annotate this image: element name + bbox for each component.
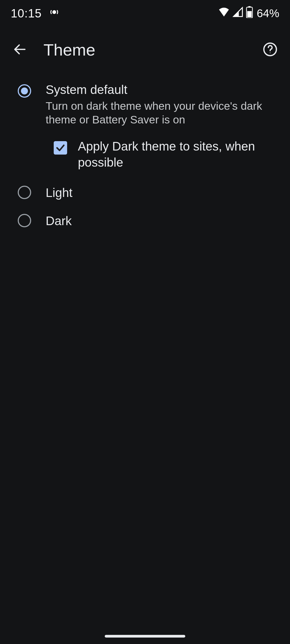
page-title: Theme xyxy=(44,40,95,59)
option-system-default[interactable]: System default Turn on dark theme when y… xyxy=(0,76,290,133)
option-title: Light xyxy=(46,185,274,201)
svg-rect-2 xyxy=(248,6,251,8)
svg-rect-3 xyxy=(247,11,252,17)
arrow-left-icon xyxy=(12,42,27,58)
help-icon xyxy=(263,42,278,58)
svg-point-0 xyxy=(53,11,56,14)
option-title: System default xyxy=(46,82,274,98)
theme-options: System default Turn on dark theme when y… xyxy=(0,72,290,239)
signal-icon xyxy=(233,7,243,20)
app-bar: Theme xyxy=(0,27,290,72)
radio-icon xyxy=(18,214,31,227)
status-battery-text: 64% xyxy=(257,7,279,20)
checkbox-icon xyxy=(54,141,67,155)
svg-point-6 xyxy=(270,52,271,53)
wifi-icon xyxy=(218,6,230,21)
option-apply-dark-sites[interactable]: Apply Dark theme to sites, when possible xyxy=(0,133,290,179)
option-light[interactable]: Light xyxy=(0,179,290,207)
gesture-bar xyxy=(105,635,185,638)
radio-icon xyxy=(18,84,31,98)
option-title: Dark xyxy=(46,213,274,229)
status-time: 10:15 xyxy=(11,7,42,20)
option-dark[interactable]: Dark xyxy=(0,207,290,235)
option-label: Apply Dark theme to sites, when possible xyxy=(70,138,274,171)
help-button[interactable] xyxy=(259,39,281,60)
radio-icon xyxy=(18,186,31,199)
back-button[interactable] xyxy=(9,39,31,60)
battery-icon xyxy=(246,6,253,21)
status-bar: 10:15 64% xyxy=(0,0,290,27)
option-desc: Turn on dark theme when your device's da… xyxy=(46,99,274,127)
cast-icon xyxy=(49,6,60,20)
